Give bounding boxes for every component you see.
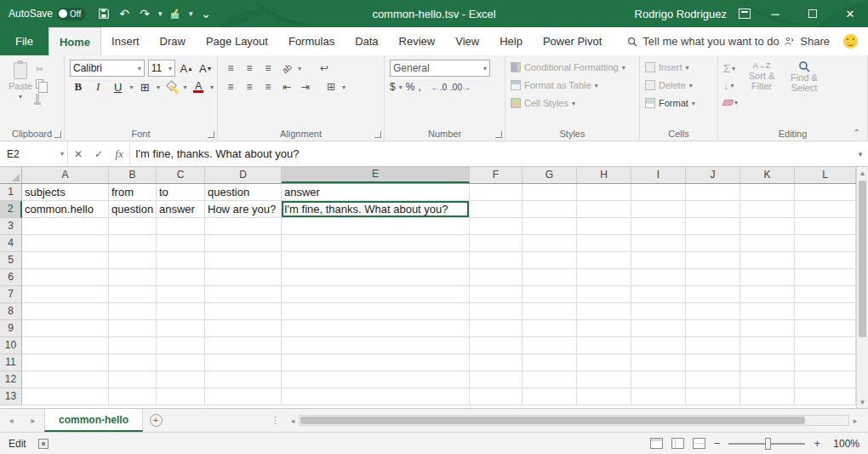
align-center-icon[interactable]: ≡ (242, 81, 257, 93)
sort-filter-button[interactable]: A→Z Sort & Filter (743, 59, 780, 125)
cell-G7[interactable] (523, 286, 577, 303)
column-header-D[interactable]: D (205, 167, 282, 183)
cell-L10[interactable] (795, 337, 856, 354)
cell-D11[interactable] (205, 354, 282, 371)
cell-C4[interactable] (157, 235, 205, 252)
cell-L6[interactable] (795, 269, 856, 286)
zoom-out-icon[interactable]: − (714, 437, 721, 450)
cut-icon[interactable]: ✂ (36, 63, 51, 75)
cell-L7[interactable] (795, 286, 856, 303)
add-sheet-button[interactable]: + (143, 409, 168, 432)
cell-H1[interactable] (577, 184, 631, 201)
cell-F12[interactable] (470, 371, 523, 388)
normal-view-icon[interactable] (650, 438, 663, 449)
expand-formula-bar-icon[interactable]: ▾ (853, 141, 868, 166)
row-header-2[interactable]: 2 (0, 201, 22, 218)
cell-J3[interactable] (686, 218, 740, 235)
cell-E3[interactable] (282, 218, 470, 235)
format-cells-button[interactable]: Format ▾ (645, 95, 714, 112)
cell-D12[interactable] (205, 371, 282, 388)
font-color-dropdown-icon[interactable]: ▾ (210, 83, 214, 91)
cell-G4[interactable] (523, 235, 577, 252)
cell-L2[interactable] (795, 201, 856, 218)
cell-J8[interactable] (686, 303, 740, 320)
cell-H6[interactable] (577, 269, 631, 286)
cell-C6[interactable] (157, 269, 205, 286)
cell-A7[interactable] (22, 286, 109, 303)
cell-G3[interactable] (523, 218, 577, 235)
conditional-formatting-button[interactable]: Conditional Formatting ▾ (511, 59, 636, 76)
cell-D13[interactable] (205, 388, 282, 405)
column-header-G[interactable]: G (523, 167, 577, 183)
horizontal-scrollbar[interactable]: ◂ ▸ (287, 412, 861, 428)
cell-F10[interactable] (470, 337, 523, 354)
font-color-icon[interactable]: A (190, 78, 206, 95)
cell-L11[interactable] (795, 354, 856, 371)
close-button[interactable]: ✕ (837, 0, 863, 27)
scroll-right-icon[interactable]: ▸ (849, 417, 861, 425)
vertical-scroll-thumb[interactable] (859, 181, 866, 337)
cell-A1[interactable]: subjects (22, 184, 109, 201)
cell-E10[interactable] (282, 337, 470, 354)
cell-C10[interactable] (157, 337, 205, 354)
cell-J13[interactable] (686, 388, 740, 405)
cell-I2[interactable] (631, 201, 686, 218)
cell-D5[interactable] (205, 252, 282, 269)
cell-B2[interactable]: question (109, 201, 157, 218)
fill-button[interactable]: ↓▾ (723, 78, 738, 93)
column-header-J[interactable]: J (686, 167, 740, 183)
cell-B1[interactable]: from (109, 184, 157, 201)
zoom-slider-thumb[interactable] (765, 438, 771, 450)
increase-font-icon[interactable]: A▲ (179, 60, 195, 77)
cell-K12[interactable] (740, 371, 795, 388)
cell-L12[interactable] (795, 371, 856, 388)
cell-K6[interactable] (740, 269, 795, 286)
currency-dropdown-icon[interactable]: ▾ (399, 83, 403, 91)
cell-C7[interactable] (157, 286, 205, 303)
row-header-10[interactable]: 10 (0, 337, 22, 354)
cell-H9[interactable] (577, 320, 631, 337)
cell-B3[interactable] (109, 218, 157, 235)
paste-button[interactable]: Paste ▾ (5, 59, 36, 125)
cell-G2[interactable] (523, 201, 577, 218)
cell-D6[interactable] (205, 269, 282, 286)
cell-F2[interactable] (470, 201, 523, 218)
cell-B11[interactable] (109, 354, 157, 371)
autosum-button[interactable]: Σ▾ (723, 60, 738, 76)
cell-K3[interactable] (740, 218, 795, 235)
delete-cells-button[interactable]: Delete ▾ (645, 77, 714, 94)
cell-B8[interactable] (109, 303, 157, 320)
cell-A5[interactable] (22, 252, 109, 269)
zoom-slider[interactable] (728, 443, 805, 445)
cell-E6[interactable] (282, 269, 470, 286)
cell-A13[interactable] (22, 388, 109, 405)
clear-button[interactable]: ▾ (723, 95, 738, 110)
cell-B9[interactable] (109, 320, 157, 337)
cell-B7[interactable] (109, 286, 157, 303)
cell-D9[interactable] (205, 320, 282, 337)
scroll-up-icon[interactable]: ▲ (859, 167, 866, 179)
font-size-combo[interactable]: 11▾ (148, 60, 175, 77)
insert-function-icon[interactable]: fx (109, 147, 129, 161)
cell-I6[interactable] (631, 269, 686, 286)
cell-C12[interactable] (157, 371, 205, 388)
tab-home[interactable]: Home (49, 27, 101, 55)
scroll-left-icon[interactable]: ◂ (287, 417, 299, 425)
column-header-E[interactable]: E (282, 167, 470, 183)
cell-D3[interactable] (205, 218, 282, 235)
fill-color-dropdown-icon[interactable]: ▾ (183, 83, 186, 91)
cell-I10[interactable] (631, 337, 686, 354)
cell-D4[interactable] (205, 235, 282, 252)
cell-K5[interactable] (740, 252, 795, 269)
cell-E12[interactable] (282, 371, 470, 388)
undo-icon[interactable]: ↶ (115, 3, 134, 24)
cell-I8[interactable] (631, 303, 686, 320)
format-painter-icon[interactable] (36, 92, 51, 104)
cell-E11[interactable] (282, 354, 470, 371)
font-name-combo[interactable]: Calibri▾ (70, 60, 145, 77)
cell-C11[interactable] (157, 354, 205, 371)
cell-I13[interactable] (631, 388, 686, 405)
cell-B4[interactable] (109, 235, 157, 252)
cell-A2[interactable]: common.hello (22, 201, 109, 218)
zoom-in-icon[interactable]: + (814, 437, 820, 450)
